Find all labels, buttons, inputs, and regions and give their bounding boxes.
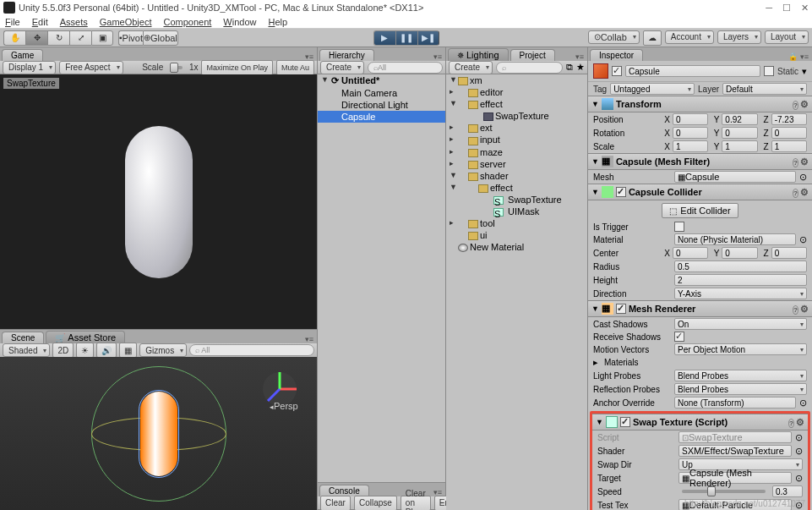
help-icon[interactable]: ? (793, 101, 798, 110)
shader-field[interactable]: S XM/Effect/SwapTexture (678, 445, 792, 457)
mesh-field[interactable]: ▦ Capsule (674, 171, 796, 183)
tag-dropdown[interactable]: Untagged (610, 83, 695, 95)
folder-row[interactable]: ▸ext (446, 122, 587, 134)
cast-dropdown[interactable]: On (674, 318, 807, 330)
space-button[interactable]: ⊕ Global (143, 30, 178, 46)
object-picker-icon[interactable]: ⊙ (795, 432, 803, 443)
orientation-gizmo[interactable]: ◂Persp (259, 369, 300, 409)
filter-icon[interactable]: ⧉ (566, 62, 573, 73)
save-icon[interactable]: ★ (576, 62, 585, 73)
active-checkbox[interactable] (612, 66, 622, 76)
scale-y[interactable]: 1 (722, 140, 757, 152)
aspect-dropdown[interactable]: Free Aspect (59, 61, 123, 74)
asset-row[interactable]: SwapTexture (446, 110, 587, 122)
static-checkbox[interactable] (764, 66, 774, 76)
object-picker-icon[interactable]: ⊙ (799, 234, 807, 245)
mode-2d[interactable]: 2D (52, 343, 74, 358)
help-icon[interactable]: ? (793, 305, 798, 315)
console-clear-on-play[interactable]: Clear on Play (401, 496, 431, 511)
folder-row[interactable]: ▼shader (446, 170, 587, 182)
static-dropdown-icon[interactable]: ▾ (802, 66, 807, 77)
gear-icon[interactable]: ⚙ (800, 156, 809, 167)
menu-help[interactable]: Help (269, 17, 288, 27)
folder-row[interactable]: ▸server (446, 158, 587, 170)
meshfilter-header[interactable]: ▼▦ Capsule (Mesh Filter) ?⚙ (588, 153, 812, 170)
step-button[interactable]: ▶❚ (417, 30, 439, 46)
rect-tool[interactable]: ▣ (91, 30, 113, 46)
move-tool[interactable]: ✥ (25, 30, 47, 46)
tab-scene[interactable]: Scene (2, 332, 44, 343)
asset-row[interactable]: S UIMask (446, 206, 587, 217)
console-collapse[interactable]: Collapse (354, 496, 397, 511)
maximize-on-play[interactable]: Maximize On Play (201, 60, 273, 75)
hierarchy-search[interactable]: ⌕All (368, 62, 443, 74)
folder-row[interactable]: ▸maze (446, 146, 587, 158)
scene-row[interactable]: ▼⟳ Untitled* (318, 74, 445, 87)
help-icon[interactable]: ? (793, 189, 798, 198)
folder-row[interactable]: ▼xm (446, 74, 587, 86)
materials-label[interactable]: Materials (604, 358, 682, 367)
play-button[interactable]: ▶ (373, 30, 395, 46)
rot-y[interactable]: 0 (722, 127, 757, 139)
scale-x[interactable]: 1 (673, 140, 708, 152)
gear-icon[interactable]: ⚙ (800, 304, 809, 314)
motion-dropdown[interactable]: Per Object Motion (674, 343, 807, 355)
collab-dropdown[interactable]: ⊙ Collab (588, 30, 640, 44)
menu-gameobject[interactable]: GameObject (100, 17, 152, 27)
object-picker-icon[interactable]: ⊙ (799, 398, 807, 409)
tab-asset-store[interactable]: 🛒 Asset Store (46, 331, 125, 343)
layers-dropdown[interactable]: Layers (717, 30, 761, 44)
hierarchy-create[interactable]: Create (320, 61, 364, 74)
script-enabled[interactable] (620, 417, 630, 427)
tab-inspector[interactable]: Inspector (590, 49, 643, 61)
tab-console[interactable]: Console (319, 485, 369, 496)
maximize-icon[interactable]: ☐ (782, 3, 791, 14)
object-picker-icon[interactable]: ⊙ (795, 473, 803, 484)
pivot-button[interactable]: ▪ Pivot (118, 30, 143, 46)
project-tab-opts[interactable]: ▾≡ (575, 52, 584, 61)
radius-field[interactable]: 0.5 (674, 260, 807, 272)
console-clear[interactable]: Clear (320, 496, 351, 511)
tab-hierarchy[interactable]: Hierarchy (319, 49, 374, 61)
pos-z[interactable]: -7.23 (771, 113, 807, 125)
swaptexture-header[interactable]: ▼ Swap Texture (Script) ?⚙ (592, 414, 808, 430)
hierarchy-item-selected[interactable]: Capsule (318, 111, 445, 123)
folder-row[interactable]: ▸input (446, 134, 587, 145)
speed-value[interactable]: 0.3 (772, 485, 803, 497)
anchor-field[interactable]: None (Transform) (674, 397, 796, 409)
hierarchy-tab-opts[interactable]: ▾≡ (433, 52, 442, 61)
collider-enabled[interactable] (616, 187, 626, 197)
layout-dropdown[interactable]: Layout (765, 30, 809, 44)
asset-row[interactable]: New Material (446, 241, 587, 253)
renderer-header[interactable]: ▼▦ Mesh Renderer ?⚙ (588, 300, 812, 317)
rotate-tool[interactable]: ↻ (47, 30, 69, 46)
lightprobes-dropdown[interactable]: Blend Probes (674, 370, 807, 381)
height-field[interactable]: 2 (674, 274, 807, 286)
scene-tab-options[interactable]: ▾≡ (305, 335, 313, 343)
lighting-icon[interactable]: ☀ (76, 343, 94, 358)
account-dropdown[interactable]: Account (665, 30, 714, 44)
gear-icon[interactable]: ⚙ (800, 187, 809, 197)
menu-file[interactable]: File (5, 17, 20, 27)
pos-y[interactable]: 0.92 (722, 113, 757, 125)
center-y[interactable]: 0 (722, 247, 757, 259)
gameobject-icon[interactable] (593, 63, 608, 79)
pause-button[interactable]: ❚❚ (395, 30, 417, 46)
folder-row[interactable]: ▸editor (446, 86, 587, 98)
tab-lighting[interactable]: ✵ Lighting (448, 48, 509, 61)
transform-header[interactable]: ▼ Transform ?⚙ (588, 96, 812, 112)
menu-assets[interactable]: Assets (60, 17, 88, 27)
object-picker-icon[interactable]: ⊙ (799, 172, 807, 183)
center-x[interactable]: 0 (673, 247, 708, 259)
mute-audio[interactable]: Mute Au (276, 60, 314, 75)
edit-collider-button[interactable]: ⬚ Edit Collider (662, 203, 738, 218)
scene-view[interactable]: ◂Persp (0, 357, 317, 510)
shading-mode[interactable]: Shaded (3, 343, 50, 357)
close-icon[interactable]: ✕ (801, 3, 809, 14)
renderer-enabled[interactable] (616, 304, 626, 314)
hand-tool[interactable]: ✋ (3, 30, 25, 46)
hierarchy-item[interactable]: Directional Light (318, 99, 445, 111)
project-create[interactable]: Create (449, 61, 493, 74)
pos-x[interactable]: 0 (673, 113, 708, 125)
menu-edit[interactable]: Edit (32, 17, 48, 27)
